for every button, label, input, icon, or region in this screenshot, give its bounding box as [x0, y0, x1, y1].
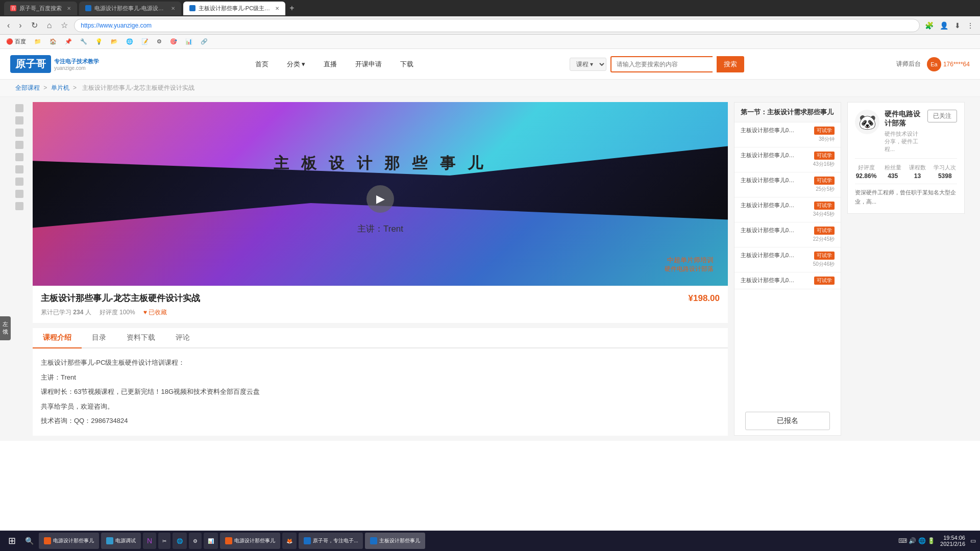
taskbar-snip[interactable]: ✂ [158, 533, 170, 549]
sidebar-icon-3[interactable] [15, 129, 23, 137]
video-gradient-bottom [33, 203, 728, 286]
course-type-dropdown[interactable]: 课程 ▾ [570, 58, 606, 71]
nav-live[interactable]: 直播 [320, 58, 341, 71]
tab-close-main[interactable]: ✕ [275, 6, 279, 11]
lesson-item-3[interactable]: 主板设计那些事儿03_桥... 可试学 25分5秒 [734, 172, 841, 197]
home-button[interactable]: ⌂ [44, 19, 55, 32]
bookmark-3[interactable]: 🏠 [47, 37, 59, 46]
search-input[interactable] [610, 56, 713, 72]
tab-close-power[interactable]: ✕ [171, 6, 175, 11]
back-button[interactable]: ‹ [4, 19, 13, 32]
teacher-link[interactable]: 讲师后台 [896, 60, 921, 68]
taskbar-power2[interactable]: 电源设计那些事儿 [220, 533, 280, 549]
sidebar-icon-2[interactable] [15, 116, 23, 124]
profile-button[interactable]: 👤 [938, 20, 950, 31]
bookmark-6[interactable]: 💡 [93, 37, 105, 46]
lesson-item-5[interactable]: 主板设计那些事儿05_主... 可试学 22分45秒 [734, 222, 841, 247]
course-collect[interactable]: ♥ 已收藏 [143, 308, 167, 317]
lesson-name-6: 主板设计那些事儿06_系... [741, 252, 797, 259]
taskbar-onenote[interactable]: N [143, 533, 156, 549]
taskbar-search[interactable]: 🔍 [21, 535, 38, 547]
downloads-button[interactable]: ⬇ [952, 20, 963, 31]
bookmark-baidu[interactable]: 🔴 百度 [4, 37, 28, 46]
sidebar-icon-1[interactable] [15, 104, 23, 112]
video-player[interactable]: 主 板 设 计 那 些 事 儿 ▶ 主讲：Trent 中超单片师培训 硬件电路设… [33, 102, 728, 286]
breadcrumb-mcu[interactable]: 单片机 [51, 84, 69, 91]
tabs-header: 课程介绍 目录 资料下载 评论 [33, 328, 728, 348]
taskbar-app9[interactable]: 🦊 [282, 533, 297, 549]
course-students: 累计已学习 234 人 [41, 308, 91, 317]
breadcrumb-all[interactable]: 全部课程 [15, 84, 40, 91]
more-button[interactable]: ⋮ [965, 20, 976, 31]
taskbar-powerdebug[interactable]: 电源调试 [101, 533, 141, 549]
logo-text: 原子哥 [10, 55, 51, 73]
bookmark-8[interactable]: 🌐 [124, 37, 135, 46]
taskbar-power-app[interactable]: 电源设计那些事儿 [39, 533, 99, 549]
address-bar[interactable]: https://www.yuanzige.com [74, 19, 920, 32]
nav-home[interactable]: 首页 [251, 58, 273, 71]
lesson-item-2[interactable]: 主板设计那些事儿02_CP... 可试学 43分16秒 [734, 147, 841, 172]
tab-comments[interactable]: 评论 [165, 328, 200, 347]
course-intro-text: 主板设计那些事儿-PC级主板硬件设计培训课程： 主讲：Trent 课程时长：63… [41, 356, 720, 429]
follow-button[interactable]: 已关注 [927, 110, 957, 122]
taskbar-atom[interactable]: 原子哥，专注电子... [299, 533, 363, 549]
sidebar-icon-4[interactable] [15, 141, 23, 149]
taskbar-mainboard[interactable]: 主板设计那些事儿 [365, 533, 425, 549]
taskbar-app5[interactable]: 🌐 [173, 533, 187, 549]
lesson-item-7[interactable]: 主板设计那些事儿07_时... 可试学 [734, 272, 841, 289]
lesson-list: 主板设计那些事儿01_课... 可试学 38分钟 主板设计那些事儿02_CP..… [734, 122, 841, 407]
extensions-button[interactable]: 🧩 [923, 20, 936, 31]
bookmark-button[interactable]: ☆ [58, 18, 71, 32]
sidebar-icon-6[interactable] [15, 165, 23, 173]
nav-category[interactable]: 分类 ▾ [283, 58, 310, 71]
bookmark-2[interactable]: 📁 [32, 37, 43, 46]
lesson-name-3: 主板设计那些事儿03_桥... [741, 177, 797, 184]
video-title-area: 主 板 设 计 那 些 事 儿 [33, 153, 728, 174]
sidebar-icon-5[interactable] [15, 153, 23, 161]
bookmark-12[interactable]: 📊 [183, 37, 194, 46]
search-button[interactable]: 搜索 [717, 56, 744, 72]
forward-button[interactable]: › [16, 19, 24, 32]
bookmark-7[interactable]: 📂 [109, 37, 120, 46]
lesson-duration-5: 22分45秒 [813, 236, 835, 243]
tab-catalog[interactable]: 目录 [82, 328, 116, 347]
bookmark-10[interactable]: ⚙ [155, 37, 164, 46]
new-tab-button[interactable]: + [289, 4, 294, 13]
lesson-item-6[interactable]: 主板设计那些事儿06_系... 可试学 50分46秒 [734, 247, 841, 272]
bookmark-5[interactable]: 🔧 [78, 37, 89, 46]
enrolled-button[interactable]: 已报名 [745, 412, 830, 430]
lesson-meta-6: 可试学 50分46秒 [813, 252, 835, 268]
taskbar-ppt[interactable]: 📊 [204, 533, 218, 549]
taskbar-date: 2021/2/16 [940, 541, 965, 547]
tab-resources[interactable]: 资料下载 [116, 328, 165, 347]
header-right: 讲师后台 Ea 176****64 [896, 57, 970, 71]
tool-tab-label[interactable]: 左饿 [0, 316, 11, 340]
tab-power[interactable]: 电源设计那些事儿-电源设计实战 - 量... ✕ [79, 2, 181, 15]
show-desktop-button[interactable]: ▭ [970, 537, 976, 544]
play-button[interactable]: ▶ [366, 185, 394, 213]
bookmark-9[interactable]: 📝 [139, 37, 151, 46]
bookmark-4[interactable]: 📌 [63, 37, 74, 46]
bookmark-13[interactable]: 🔗 [199, 37, 210, 46]
taskbar-sys-icons: ⌨ 🔊 🌐 🔋 [898, 537, 935, 544]
left-tool-tab[interactable]: 左饿 [0, 316, 11, 340]
bookmark-11[interactable]: 🎯 [168, 37, 179, 46]
taskbar-app6[interactable]: ⚙ [189, 533, 202, 549]
nav-download[interactable]: 下载 [396, 58, 418, 71]
taskbar-clock[interactable]: 19:54:06 2021/2/16 [940, 535, 965, 547]
stat-courses-label: 课程数 [909, 164, 926, 171]
start-button[interactable]: ⊞ [4, 533, 20, 548]
sidebar-icon-7[interactable] [15, 178, 23, 186]
refresh-button[interactable]: ↻ [28, 18, 41, 32]
nav-apply[interactable]: 开课申请 [351, 58, 386, 71]
course-title: 主板设计那些事儿-龙芯主板硬件设计实战 [41, 292, 200, 304]
sidebar-icon-9[interactable] [15, 202, 23, 210]
sidebar-icon-8[interactable] [15, 190, 23, 198]
tab-close-baidu[interactable]: ✕ [67, 6, 71, 11]
video-watermark: 中超单片师培训 硬件电路设计部落 [665, 256, 714, 273]
lesson-item-1[interactable]: 主板设计那些事儿01_课... 可试学 38分钟 [734, 122, 841, 147]
tab-baidu[interactable]: 百 原子哥_百度搜索 ✕ [4, 2, 77, 15]
tab-intro[interactable]: 课程介绍 [33, 328, 82, 348]
lesson-item-4[interactable]: 主板设计那些事儿04_主... 可试学 34分45秒 [734, 197, 841, 222]
tab-mainboard[interactable]: 主板设计那些事儿-PC级主板硬件设计实战... ✕ [183, 2, 285, 15]
